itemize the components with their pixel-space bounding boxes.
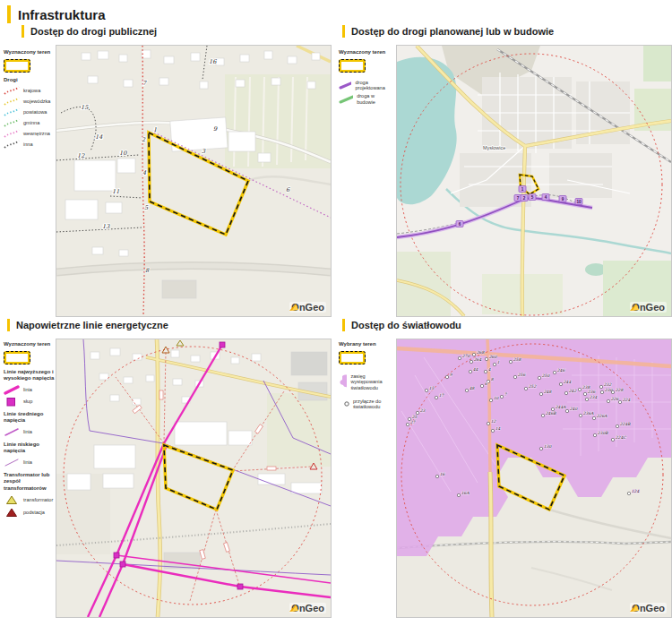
svg-text:244: 244: [564, 380, 572, 384]
planned-road-marker: 10: [575, 199, 582, 205]
line-icon: [339, 81, 351, 90]
page-title: Infrastruktura: [18, 7, 106, 22]
line-icon: [4, 385, 20, 395]
svg-text:224: 224: [623, 398, 631, 402]
dotted-line-icon: [4, 140, 20, 149]
panel-title-text: Dostęp do światłowodu: [351, 320, 461, 330]
accent-bar: [7, 5, 11, 23]
triangle-outline-icon: [4, 494, 20, 505]
svg-text:16A: 16A: [461, 491, 470, 495]
map-power-lines: OnGeo: [56, 339, 332, 618]
legend-item-connection: przyłącze do światłowodu: [339, 399, 391, 410]
ongeo-icon: [630, 603, 640, 613]
svg-text:7: 7: [517, 196, 520, 201]
road-number-label: 1: [153, 126, 157, 133]
basemap-layer: [56, 339, 331, 617]
square-icon: [4, 397, 20, 407]
dotted-line-icon: [4, 107, 20, 116]
svg-text:252: 252: [529, 384, 538, 389]
accent-bar: [22, 25, 24, 38]
coverage-blob-icon: [339, 373, 347, 388]
planned-road-marker: 9: [559, 196, 566, 202]
roads-layer: [490, 472, 492, 617]
svg-text:44: 44: [473, 367, 478, 372]
planned-road-marker: 1: [519, 186, 526, 193]
legend-item-road: krajowa: [4, 86, 56, 95]
legend-item-road: gminna: [4, 118, 56, 127]
svg-text:9: 9: [562, 197, 564, 202]
accent-bar: [7, 319, 10, 331]
svg-text:246B: 246B: [546, 411, 556, 416]
ongeo-icon: [630, 302, 640, 312]
legend-item-line-medium: linia: [4, 427, 56, 437]
svg-text:246: 246: [557, 368, 566, 373]
circle-icon: [339, 399, 349, 408]
selected-area-swatch: [339, 59, 366, 73]
legend-item-line-low: linia: [4, 458, 56, 467]
map-fiber: 2702682642602581444925625024615864817252…: [396, 339, 672, 618]
svg-text:248: 248: [544, 390, 553, 394]
legend-item-line-high: linia: [4, 385, 56, 395]
accent-bar: [342, 319, 345, 331]
legend-item-pylon: słup: [4, 397, 56, 407]
svg-text:1: 1: [497, 360, 500, 364]
legend-item-road: inna: [4, 140, 56, 149]
ongeo-logo: OnGeo: [289, 603, 326, 613]
legend-group-title: Linie najwyższego i wysokiego napięcia: [4, 369, 56, 382]
panel-planned-road-title: Dostęp do drogi planowanej lub w budowie: [342, 25, 554, 38]
svg-text:270: 270: [462, 354, 471, 358]
road-number-label: 16: [209, 58, 217, 65]
panel-public-road-title: Dostęp do drogi publicznej: [22, 25, 157, 38]
road-number-label: 14: [95, 133, 103, 141]
dotted-line-icon: [4, 118, 20, 127]
legend-item-inbuild: droga w budowie: [339, 93, 391, 105]
selected-area-swatch: [4, 59, 30, 73]
svg-text:260: 260: [489, 355, 498, 359]
svg-text:1: 1: [521, 187, 524, 192]
selected-area-swatch: [4, 351, 30, 364]
svg-text:244A: 244A: [556, 405, 566, 409]
panel-title-text: Dostęp do drogi planowanej lub w budowie: [351, 26, 554, 37]
dotted-line-icon: [4, 97, 20, 106]
legend-item-road: wewnętrzna: [4, 129, 56, 138]
legend-area-label: Wyznaczony teren: [4, 341, 56, 348]
ongeo-icon: [289, 302, 299, 312]
road-number-label: 10: [119, 150, 127, 157]
legend-group-title: Linie średniego napięcia: [4, 411, 56, 424]
triangle-filled-icon: [4, 507, 20, 518]
line-icon: [339, 95, 353, 104]
page-header: Infrastruktura: [7, 5, 106, 23]
panel-title-text: Dostęp do drogi publicznej: [30, 26, 157, 37]
legend-item-planned: droga projektowana: [339, 80, 391, 91]
legend-public-road: Wyznaczony teren Drogi krajowa wojewódzk…: [4, 45, 56, 150]
legend-group-title: Linie niskiego napięcia: [4, 442, 56, 455]
svg-text:236: 236: [588, 390, 597, 394]
legend-item-coverage: zasięg występowania światłowodu: [339, 373, 391, 391]
legend-item-substation: podstacja: [4, 507, 56, 518]
road-number-label: 11: [112, 188, 119, 195]
svg-text:240: 240: [570, 407, 579, 411]
legend-item-transformer: transformator: [4, 494, 56, 505]
svg-text:224B: 224B: [620, 422, 631, 426]
dotted-line-icon: [4, 129, 20, 138]
line-icon: [4, 458, 20, 467]
svg-text:226A: 226A: [597, 414, 607, 418]
legend-group-title: Transformator lub zespół transformatorów: [4, 472, 56, 493]
place-label: Mysłowice: [483, 145, 505, 150]
panel-power-lines-title: Napowietrzne linie energetyczne: [7, 319, 168, 331]
accent-bar: [342, 25, 345, 38]
ongeo-logo: OnGeo: [630, 603, 667, 613]
svg-text:234: 234: [590, 395, 598, 399]
svg-text:4: 4: [488, 367, 491, 372]
planned-road-marker: 2: [521, 195, 528, 202]
legend-planned-road: Wyznaczony teren droga projektowana drog…: [339, 45, 391, 107]
legend-area-label: Wybrany teren: [339, 341, 391, 348]
map-planned-road: Mysłowice 172549106 OnGeo: [396, 45, 672, 317]
panel-title-text: Napowietrzne linie energetyczne: [16, 320, 168, 330]
dotted-line-icon: [4, 86, 20, 95]
road-number-label: 12: [77, 152, 85, 159]
planned-road-marker: 6: [456, 221, 463, 227]
svg-text:124: 124: [632, 489, 640, 493]
road-number-label: 13: [102, 223, 110, 230]
svg-text:6: 6: [459, 222, 461, 227]
